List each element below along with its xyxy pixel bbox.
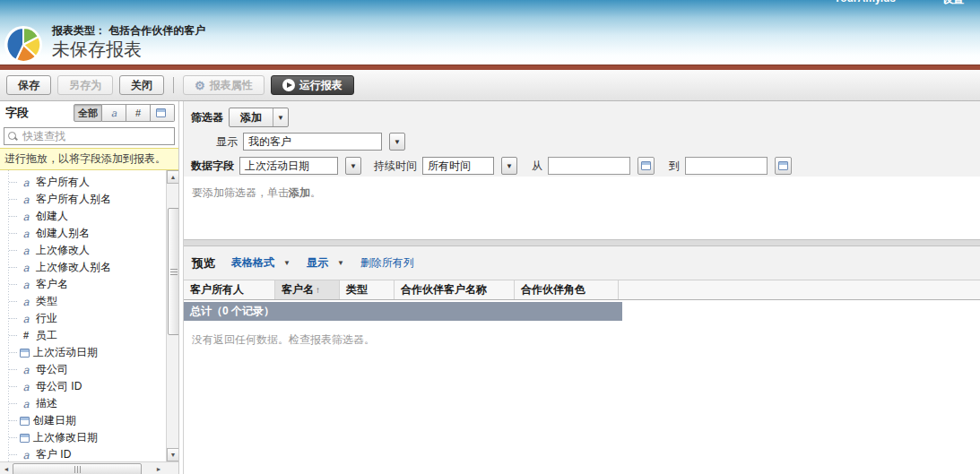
column-label: 合作伙伴客户名称 (401, 282, 487, 297)
vertical-scrollbar[interactable]: ▲ ▼ (166, 170, 178, 461)
field-list-item[interactable]: 上次活动日期 (0, 344, 178, 361)
scroll-down-button[interactable]: ▼ (167, 448, 178, 461)
field-type-icon (20, 280, 32, 290)
preview-pane: 预览 表格格式 ▼ 显示 ▼ 删除所有列 客户所有人 客 (184, 246, 980, 474)
field-filter-number-button[interactable]: # (126, 104, 151, 122)
table-format-link[interactable]: 表格格式 (231, 255, 274, 271)
field-type-icon (20, 263, 32, 273)
run-report-button[interactable]: 运行报表 (271, 75, 354, 95)
show-select[interactable]: 我的客户 (243, 133, 382, 151)
field-type-icon (20, 365, 32, 375)
field-filter-all-button[interactable]: 全部 (74, 104, 102, 122)
field-list: 客户所有人 客户所有人别名 创建人 (0, 170, 178, 461)
to-date-input[interactable] (685, 157, 768, 175)
field-label: 客户名 (36, 277, 68, 292)
calendar-icon (778, 161, 788, 170)
field-label: 上次活动日期 (33, 345, 98, 360)
to-date-calendar-button[interactable] (775, 157, 792, 175)
field-list-item[interactable]: 母公司 (0, 361, 178, 378)
close-button[interactable]: 关闭 (119, 75, 164, 95)
add-filter-button[interactable]: 添加 ▼ (229, 108, 289, 127)
field-type-icon (20, 349, 30, 358)
fields-panel-header: 字段 全部 a # (0, 101, 178, 125)
column-header[interactable]: 客户所有人 (184, 280, 275, 299)
field-type-icon (20, 417, 30, 426)
column-header[interactable]: 类型 (340, 280, 395, 299)
field-label: 描述 (36, 396, 57, 411)
chevron-down-icon[interactable]: ▼ (273, 108, 288, 126)
field-list-item[interactable]: 行业 (0, 310, 178, 327)
field-type-icon (20, 177, 32, 188)
header-links: YourAmy.us 设置 (834, 0, 964, 7)
calendar-icon (641, 161, 651, 170)
field-type-icon (20, 314, 32, 324)
quick-find-input[interactable] (4, 127, 175, 145)
field-filter-date-button[interactable] (151, 104, 175, 122)
field-type-icon (20, 382, 32, 392)
field-list-item[interactable]: 类型 (0, 293, 178, 310)
date-field-label: 数据字段 (191, 159, 234, 174)
horizontal-scrollbar[interactable]: ◄ ► (0, 461, 178, 474)
hint-add-word: 添加 (289, 186, 310, 199)
fields-panel-title: 字段 (5, 105, 74, 121)
field-label: 客户所有人别名 (36, 192, 111, 207)
column-header-filler (619, 280, 980, 299)
from-date-calendar-button[interactable] (637, 157, 655, 175)
horizontal-scroll-thumb[interactable] (13, 463, 142, 474)
grand-total-row: 总计（0 个记录） (184, 302, 622, 321)
column-header[interactable]: 合作伙伴客户名称 (395, 280, 515, 299)
duration-select[interactable]: 所有时间 (422, 157, 494, 175)
scroll-up-button[interactable]: ▲ (167, 170, 178, 184)
preview-title: 预览 (192, 255, 215, 271)
column-header[interactable]: 客户名 ↑ (275, 280, 340, 299)
field-list-item[interactable]: 客户 ID (0, 446, 178, 461)
field-list-item[interactable]: 创建人 (0, 208, 178, 225)
preview-header: 预览 表格格式 ▼ 显示 ▼ 删除所有列 (184, 246, 980, 280)
duration-arrow-button[interactable]: ▼ (501, 157, 517, 175)
field-list-item[interactable]: 上次修改人别名 (0, 259, 178, 276)
date-field-select[interactable]: 上次活动日期 (239, 157, 338, 175)
play-icon (282, 79, 295, 91)
page-header: YourAmy.us 设置 报表类型： 包括合作伙伴的客户 未保存报表 (0, 0, 980, 65)
field-list-item[interactable]: 上次修改日期 (0, 429, 178, 446)
field-type-filter-group: 全部 a # (74, 104, 175, 122)
field-label: 创建人 (36, 209, 68, 224)
fields-panel: 字段 全部 a # 进行拖放，以将字段添加到报表。 客 (0, 101, 179, 474)
column-label: 类型 (346, 282, 368, 297)
scroll-left-button[interactable]: ◄ (0, 462, 13, 474)
report-builder-app: YourAmy.us 设置 报表类型： 包括合作伙伴的客户 未保存报表 保存 另… (0, 0, 980, 474)
header-account-text[interactable]: YourAmy.us (834, 0, 896, 7)
field-label: 行业 (36, 311, 57, 326)
date-field-arrow-button[interactable]: ▼ (345, 157, 361, 175)
chevron-down-icon[interactable]: ▼ (283, 259, 291, 267)
field-list-item[interactable]: 创建日期 (0, 412, 178, 429)
from-date-input[interactable] (548, 157, 630, 175)
scroll-right-button[interactable]: ► (152, 462, 165, 474)
field-list-item[interactable]: 创建人别名 (0, 225, 178, 242)
drag-hint-banner: 进行拖放，以将字段添加到报表。 (0, 148, 178, 170)
field-label: 母公司 ID (36, 379, 82, 394)
field-list-item[interactable]: 客户所有人 (0, 174, 178, 191)
show-row: 显示 我的客户 ▼ (184, 129, 980, 154)
body-row: 字段 全部 a # 进行拖放，以将字段添加到报表。 客 (0, 101, 980, 474)
field-list-item[interactable]: 员工 (0, 327, 178, 344)
field-list-item[interactable]: 客户名 (0, 276, 178, 293)
column-header[interactable]: 合作伙伴角色 (515, 280, 619, 299)
field-list-item[interactable]: 客户所有人别名 (0, 191, 178, 208)
pane-divider[interactable] (184, 239, 980, 246)
field-list-item[interactable]: 母公司 ID (0, 378, 178, 395)
show-select-arrow-button[interactable]: ▼ (389, 133, 405, 151)
save-as-button[interactable]: 另存为 (57, 75, 113, 95)
preview-show-link[interactable]: 显示 (307, 255, 328, 271)
settings-link[interactable]: 设置 (942, 0, 964, 7)
hint-suffix: 。 (310, 186, 321, 199)
field-list-item[interactable]: 描述 (0, 395, 178, 412)
from-label: 从 (532, 159, 542, 174)
report-properties-button[interactable]: ⚙ 报表属性 (183, 75, 265, 95)
field-list-item[interactable]: 上次修改人 (0, 242, 178, 259)
vertical-scroll-thumb[interactable] (168, 208, 178, 335)
chevron-down-icon[interactable]: ▼ (337, 259, 344, 267)
remove-all-columns-link[interactable]: 删除所有列 (360, 255, 414, 271)
field-filter-text-button[interactable]: a (102, 104, 126, 122)
save-button[interactable]: 保存 (6, 75, 51, 95)
